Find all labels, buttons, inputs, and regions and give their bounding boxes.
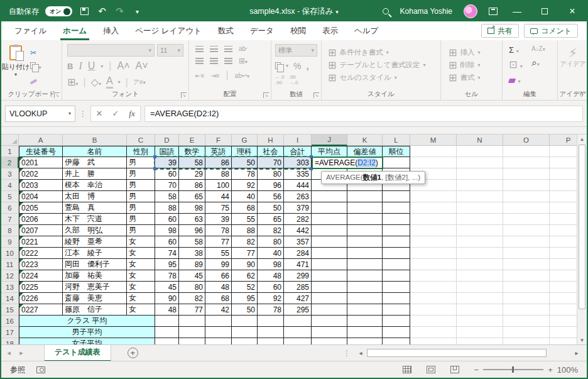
align-right-icon[interactable] — [224, 58, 232, 64]
cell-K12[interactable] — [347, 270, 383, 282]
comments-button[interactable]: コメント — [524, 24, 578, 38]
cell-C2[interactable]: 男 — [127, 157, 155, 168]
delete-cells-button[interactable]: ⊞削除▾ — [449, 58, 499, 71]
cell-A7[interactable]: 0206 — [19, 214, 63, 225]
cell-J18[interactable] — [312, 338, 347, 344]
scrollbar-grip[interactable]: ⋮ — [343, 349, 351, 358]
cell-G12[interactable]: 62 — [232, 270, 258, 282]
cell-E2[interactable]: 58 — [179, 157, 205, 168]
cell-E18[interactable] — [179, 338, 205, 344]
cell-K10[interactable] — [347, 248, 383, 259]
cell-O13[interactable] — [503, 282, 550, 293]
cell-B10[interactable]: 江本 綾子 — [63, 248, 127, 259]
cell-G8[interactable]: 88 — [232, 225, 258, 236]
cell-O6[interactable] — [503, 202, 550, 214]
cell-G14[interactable]: 95 — [232, 293, 258, 304]
cell-G18[interactable] — [232, 338, 258, 344]
format-painter-button[interactable] — [30, 74, 41, 85]
tab-view[interactable]: 表示 — [320, 21, 340, 40]
cell-A14[interactable]: 0226 — [19, 293, 63, 304]
number-dialog-launcher[interactable]: ↘ — [313, 92, 319, 98]
cell-H9[interactable]: 80 — [258, 236, 284, 248]
row-header-2[interactable]: 2 — [1, 157, 19, 168]
autosave-toggle[interactable]: オン — [45, 6, 72, 16]
align-center-icon[interactable] — [210, 58, 218, 64]
cell-G17[interactable] — [232, 327, 258, 338]
cell-L12[interactable] — [383, 270, 410, 282]
cell-G4[interactable]: 92 — [232, 180, 258, 191]
merged-summary-cell-18[interactable]: 女子平均 — [19, 338, 155, 344]
row-header-7[interactable]: 7 — [1, 214, 19, 225]
cell-A3[interactable]: 0202 — [19, 168, 63, 180]
cell-K1[interactable]: 偏差値 — [347, 146, 383, 157]
cell-O11[interactable] — [503, 259, 550, 270]
cell-F3[interactable]: 88 — [205, 168, 232, 180]
row-header-16[interactable]: 16 — [1, 316, 19, 327]
cell-L18[interactable] — [383, 338, 410, 344]
clear-button[interactable]: ▾ — [509, 74, 523, 85]
cell-O10[interactable] — [503, 248, 550, 259]
cell-M9[interactable] — [410, 236, 457, 248]
cell-P16[interactable] — [550, 316, 577, 327]
cell-I3[interactable]: 335 — [284, 168, 312, 180]
cell-A9[interactable]: 0221 — [19, 236, 63, 248]
avatar[interactable] — [464, 4, 477, 18]
cell-H6[interactable]: 50 — [258, 202, 284, 214]
tab-page-layout[interactable]: ページ レイアウト — [133, 21, 204, 40]
column-header-O[interactable]: O — [503, 135, 550, 146]
cell-F14[interactable]: 68 — [205, 293, 232, 304]
cell-C8[interactable]: 男 — [127, 225, 155, 236]
increase-decimal-button[interactable]: ←.0.00 — [275, 74, 285, 85]
column-header-L[interactable]: L — [383, 135, 410, 146]
cell-M8[interactable] — [410, 225, 457, 236]
scroll-left-icon[interactable]: ◂ — [356, 349, 366, 356]
close-button[interactable]: × — [564, 6, 580, 17]
cell-I9[interactable]: 357 — [284, 236, 312, 248]
italic-button[interactable]: I — [79, 60, 82, 72]
cell-M17[interactable] — [410, 327, 457, 338]
column-header-G[interactable]: G — [232, 135, 258, 146]
cell-M18[interactable] — [410, 338, 457, 344]
cell-N17[interactable] — [457, 327, 503, 338]
cell-F10[interactable]: 55 — [205, 248, 232, 259]
cell-G3[interactable]: 78 — [232, 168, 258, 180]
comma-button[interactable]: , — [306, 60, 308, 71]
cell-C15[interactable]: 女 — [127, 304, 155, 316]
cell-O1[interactable] — [503, 146, 550, 157]
cell-A13[interactable]: 0225 — [19, 282, 63, 293]
phonetic-button[interactable]: ア≡▾ — [133, 78, 146, 87]
cell-A8[interactable]: 0207 — [19, 225, 63, 236]
cell-F17[interactable] — [205, 327, 232, 338]
cell-L8[interactable] — [383, 225, 410, 236]
cell-M14[interactable] — [410, 293, 457, 304]
cell-D10[interactable]: 74 — [155, 248, 179, 259]
cell-N10[interactable] — [457, 248, 503, 259]
cell-E8[interactable]: 96 — [179, 225, 205, 236]
fill-color-button[interactable]: ◇▾ — [91, 76, 101, 88]
share-button[interactable]: 共有 — [481, 24, 519, 38]
percent-button[interactable]: % — [293, 61, 301, 71]
cell-F15[interactable]: 42 — [205, 304, 232, 316]
column-header-N[interactable]: N — [457, 135, 503, 146]
copy-button[interactable]: ▾ — [30, 60, 41, 72]
row-header-13[interactable]: 13 — [1, 282, 19, 293]
cell-K14[interactable] — [347, 293, 383, 304]
row-header-9[interactable]: 9 — [1, 236, 19, 248]
row-header-1[interactable]: 1 — [1, 146, 19, 157]
cell-K11[interactable] — [347, 259, 383, 270]
cell-D2[interactable]: 39 — [155, 157, 179, 168]
align-left-icon[interactable] — [195, 58, 204, 64]
cell-B4[interactable]: 榎本 幸治 — [63, 180, 127, 191]
formula-input[interactable]: =AVERAGE(D2:I2) — [144, 106, 583, 122]
cell-J16[interactable] — [312, 316, 347, 327]
row-header-10[interactable]: 10 — [1, 248, 19, 259]
cell-I5[interactable]: 263 — [284, 191, 312, 202]
cell-M6[interactable] — [410, 202, 457, 214]
cell-P11[interactable] — [550, 259, 577, 270]
cell-C6[interactable]: 男 — [127, 202, 155, 214]
cell-G15[interactable]: 50 — [232, 304, 258, 316]
row-header-4[interactable]: 4 — [1, 180, 19, 191]
autosum-button[interactable]: Σ ▾ — [509, 45, 523, 55]
row-header-15[interactable]: 15 — [1, 304, 19, 316]
cell-I4[interactable]: 444 — [284, 180, 312, 191]
